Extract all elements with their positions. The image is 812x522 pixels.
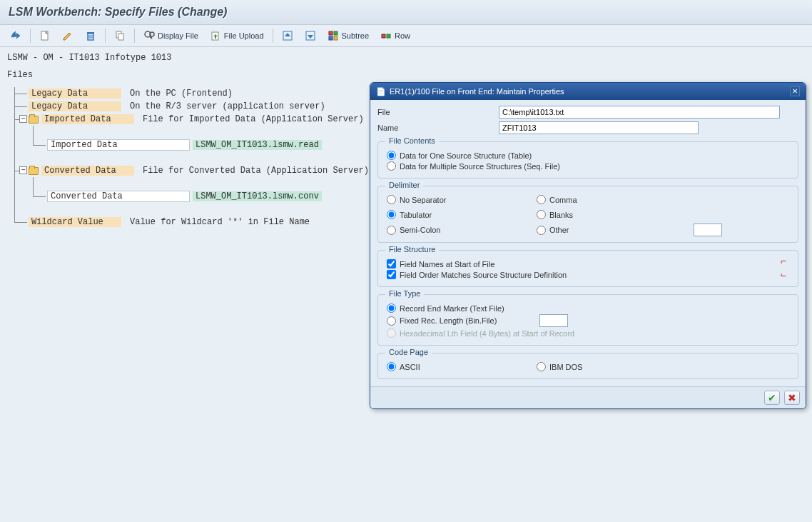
ok-button[interactable]: ✔ — [764, 391, 780, 405]
file-type-group: File Type Record End Marker (Text File) … — [377, 294, 798, 346]
radio-ascii[interactable] — [387, 362, 396, 371]
check-field-order[interactable] — [387, 270, 396, 279]
radio-semicolon[interactable] — [387, 226, 396, 235]
file-label: File — [377, 108, 499, 116]
dialog-title-text: ER1(1)/100 File on Front End: Maintain P… — [390, 87, 564, 96]
name-input[interactable] — [499, 121, 699, 134]
files-root-label: Files — [7, 70, 805, 80]
converted-data-file: LSMW_OM_IT1013.lsmw.conv — [193, 191, 322, 201]
legacy-data-2[interactable]: Legacy Data — [29, 101, 121, 111]
page-title: LSM Workbench: Specify Files (Change) — [9, 6, 803, 19]
radio-hex-length — [387, 328, 396, 338]
imported-data-file: LSMW_OM_IT1013.lsmw.read — [193, 140, 322, 150]
cancel-button[interactable]: ✖ — [784, 391, 800, 405]
edit-button[interactable] — [59, 29, 76, 43]
marker-icon: ⌐ — [781, 255, 786, 266]
svg-rect-14 — [329, 31, 333, 35]
file-contents-group: File Contents Data for One Source Struct… — [377, 141, 798, 179]
delimiter-group: Delimiter No Separator Comma Tabulator B… — [377, 186, 798, 243]
svg-rect-18 — [382, 34, 385, 38]
radio-ibm-dos[interactable] — [537, 362, 546, 371]
display-file-button[interactable]: Display File — [141, 29, 201, 43]
collapse-button[interactable] — [279, 29, 296, 43]
file-upload-button[interactable]: File Upload — [207, 29, 267, 43]
svg-rect-16 — [329, 36, 333, 40]
file-structure-group: File Structure ⌐ ⌐ Field Names at Start … — [377, 250, 798, 287]
expand-button[interactable] — [302, 29, 319, 43]
svg-rect-17 — [334, 36, 338, 40]
marker-icon: ⌐ — [781, 271, 786, 282]
converted-data-child[interactable]: Converted Data — [47, 191, 190, 202]
radio-no-separator[interactable] — [387, 195, 396, 204]
imported-data-child[interactable]: Imported Data — [47, 139, 190, 151]
execute-button[interactable] — [7, 29, 24, 43]
radio-tabulator[interactable] — [387, 210, 396, 219]
close-icon[interactable]: ✕ — [790, 86, 800, 96]
fixed-length-input[interactable] — [539, 314, 568, 327]
radio-multi-structure[interactable] — [387, 161, 396, 171]
radio-comma[interactable] — [537, 195, 546, 204]
dialog-footer: ✔ ✖ — [370, 386, 806, 408]
copy-button[interactable] — [111, 29, 128, 43]
dialog-icon: 📄 — [376, 87, 386, 96]
radio-fixed-length[interactable] — [387, 316, 396, 326]
radio-other[interactable] — [537, 226, 546, 235]
legacy-data-1[interactable]: Legacy Data — [29, 89, 121, 99]
converted-data[interactable]: Converted Data — [41, 166, 134, 176]
svg-rect-19 — [387, 34, 390, 38]
folder-icon[interactable] — [29, 116, 39, 124]
radio-blanks[interactable] — [537, 210, 546, 219]
other-delimiter-input[interactable] — [694, 224, 722, 236]
toolbar: Display File File Upload Subtree Row — [0, 25, 812, 47]
dialog-titlebar[interactable]: 📄 ER1(1)/100 File on Front End: Maintain… — [370, 83, 806, 100]
row-button[interactable]: Row — [377, 29, 413, 43]
radio-one-structure[interactable] — [387, 151, 396, 160]
name-label: Name — [377, 124, 499, 132]
new-button[interactable] — [36, 29, 54, 43]
subtree-button[interactable]: Subtree — [325, 29, 372, 43]
title-bar: LSM Workbench: Specify Files (Change) — [0, 0, 812, 25]
radio-record-end[interactable] — [387, 303, 396, 313]
code-page-group: Code Page ASCII IBM DOS — [377, 353, 798, 379]
wildcard-value[interactable]: Wildcard Value — [29, 217, 121, 227]
imported-data[interactable]: Imported Data — [41, 114, 134, 124]
breadcrumb: LSMW - OM - IT1013 Infotype 1013 — [7, 53, 805, 63]
folder-icon[interactable] — [29, 167, 39, 175]
svg-rect-7 — [118, 34, 123, 40]
file-input[interactable] — [499, 106, 780, 119]
file-properties-dialog: 📄 ER1(1)/100 File on Front End: Maintain… — [370, 82, 806, 409]
svg-rect-15 — [334, 31, 338, 35]
svg-rect-2 — [87, 32, 94, 34]
check-field-names[interactable] — [387, 259, 396, 268]
delete-button[interactable] — [82, 29, 99, 43]
